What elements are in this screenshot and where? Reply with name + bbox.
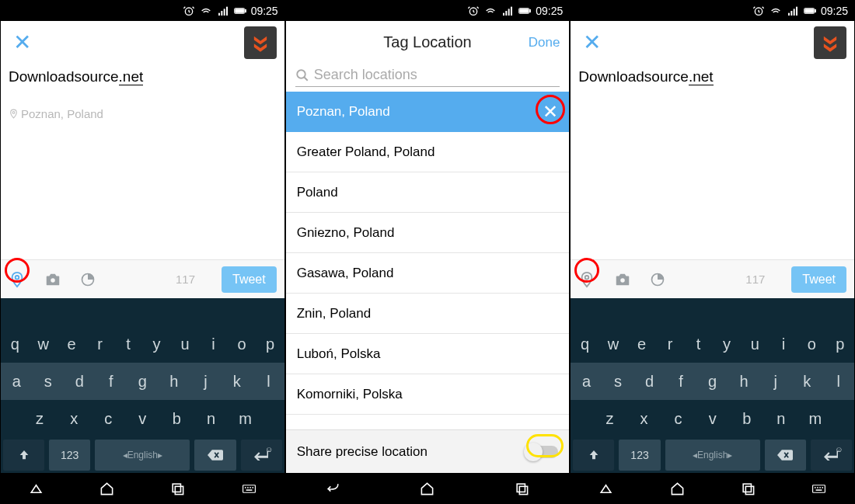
shift-key[interactable] [3,440,44,471]
key-x[interactable]: x [626,410,661,428]
app-badge[interactable] [244,26,277,59]
key-c[interactable]: c [661,410,696,428]
key-d[interactable]: d [64,373,96,391]
key-l[interactable]: l [822,373,854,391]
key-f[interactable]: f [665,373,697,391]
kb-row1[interactable]: qwertyuiop [571,325,854,363]
pie-icon[interactable] [80,272,96,287]
keyboard-toggle-icon[interactable] [811,481,826,496]
kb-row3[interactable]: zxcvbnm [1,400,284,437]
home-icon[interactable] [670,481,685,496]
enter-key[interactable]: ☺ [241,440,282,471]
key-p[interactable]: p [826,335,854,353]
keyboard[interactable]: qwertyuiop asdfghjkl zxcvbnm 123 ◂ Engli… [571,298,854,473]
pie-icon[interactable] [650,272,665,287]
backspace-key[interactable] [194,440,236,471]
location-item[interactable]: Znin, Poland [286,294,570,334]
camera-icon[interactable] [44,271,61,288]
key-q[interactable]: q [1,335,29,353]
share-precise-toggle[interactable] [525,446,558,458]
key-w[interactable]: w [599,335,627,353]
key-s[interactable]: s [33,373,65,391]
key-r[interactable]: r [86,335,113,353]
done-button[interactable]: Done [529,35,560,50]
key-k[interactable]: k [791,373,823,391]
close-icon[interactable]: ✕ [9,30,36,55]
key-j[interactable]: j [759,373,791,391]
kb-row2[interactable]: asdfghjkl [1,363,284,400]
compose-area[interactable]: Downloadsource.net Poznan, Poland [1,64,284,259]
location-item[interactable]: Greater Poland, Poland [286,132,570,172]
key-h[interactable]: h [159,373,190,391]
location-item-selected[interactable]: Poznan, Poland ✕ [286,92,570,132]
key-u[interactable]: u [171,335,199,353]
key-i[interactable]: i [199,335,227,353]
key-f[interactable]: f [96,373,127,391]
back-icon[interactable] [326,481,340,496]
key-m[interactable]: m [229,410,263,428]
key-g[interactable]: g [127,373,159,391]
tweet-button[interactable]: Tweet [222,266,277,293]
key-v[interactable]: v [125,410,159,428]
key-h[interactable]: h [728,373,760,391]
home-icon[interactable] [420,481,434,496]
kb-row3[interactable]: zxcvbnm [571,400,854,437]
back-icon[interactable] [29,481,44,496]
kb-row-bottom[interactable]: 123 ◂ English ▸ ☺ [571,437,854,473]
key-q[interactable]: q [571,335,598,353]
recent-icon[interactable] [515,481,529,496]
space-key[interactable]: ◂ English ▸ [665,440,760,471]
compose-area[interactable]: Downloadsource.net [571,64,854,259]
remove-icon[interactable]: ✕ [543,101,558,123]
key-c[interactable]: c [91,410,125,428]
key-t[interactable]: t [114,335,142,353]
kb-row-bottom[interactable]: 123 ◂ English ▸ ☺ [1,437,284,473]
key-n[interactable]: n [764,410,798,428]
key-b[interactable]: b [730,410,764,428]
camera-icon[interactable] [614,271,631,288]
key-z[interactable]: z [592,410,626,428]
location-icon[interactable] [578,271,595,288]
key-z[interactable]: z [23,410,57,428]
key-e[interactable]: e [627,335,655,353]
key-x[interactable]: x [57,410,91,428]
location-item[interactable]: Luboń, Polska [286,334,570,374]
backspace-key[interactable] [765,440,806,471]
search-input[interactable]: Search locations [295,64,560,87]
key-s[interactable]: s [602,373,634,391]
space-key[interactable]: ◂ English ▸ [95,440,190,471]
key-a[interactable]: a [1,373,33,391]
back-icon[interactable] [598,481,613,496]
location-item[interactable]: Komorniki, Polska [286,374,570,415]
keyboard-toggle-icon[interactable] [242,481,256,496]
key-r[interactable]: r [656,335,684,353]
location-item[interactable]: Gasawa, Poland [286,253,570,294]
key-b[interactable]: b [159,410,194,428]
key-i[interactable]: i [770,335,797,353]
key-l[interactable]: l [253,373,284,391]
key-t[interactable]: t [684,335,712,353]
kb-row1[interactable]: qwertyuiop [1,325,284,363]
key-y[interactable]: y [713,335,741,353]
key-u[interactable]: u [741,335,769,353]
recent-icon[interactable] [170,481,185,496]
key-n[interactable]: n [194,410,228,428]
location-hint[interactable]: Poznan, Poland [9,107,277,120]
key-o[interactable]: o [228,335,256,353]
location-icon[interactable] [9,271,26,288]
key-o[interactable]: o [797,335,825,353]
key-p[interactable]: p [256,335,284,353]
key-v[interactable]: v [696,410,730,428]
enter-key[interactable]: ☺ [811,440,852,471]
keyboard[interactable]: qwertyuiop asdfghjkl zxcvbnm 123 ◂ Engli… [1,298,284,473]
tweet-button[interactable]: Tweet [791,266,846,293]
key-y[interactable]: y [142,335,170,353]
key-k[interactable]: k [222,373,253,391]
key-w[interactable]: w [29,335,57,353]
close-icon[interactable]: ✕ [578,30,605,55]
recent-icon[interactable] [741,481,756,496]
key-e[interactable]: e [58,335,86,353]
shift-key[interactable] [573,440,614,471]
kb-row2[interactable]: asdfghjkl [571,363,854,400]
num-key[interactable]: 123 [619,440,660,471]
